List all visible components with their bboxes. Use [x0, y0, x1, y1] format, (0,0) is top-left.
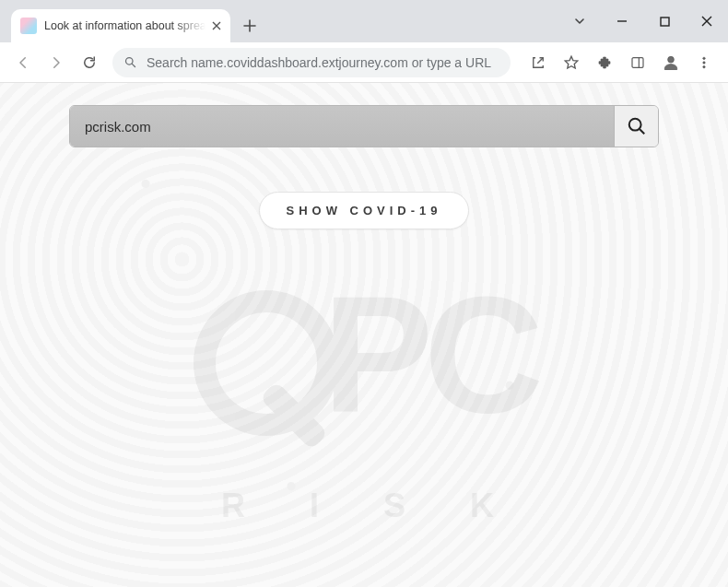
minimize-button[interactable] — [601, 3, 643, 40]
close-window-button[interactable] — [686, 3, 728, 40]
svg-rect-2 — [632, 57, 643, 67]
page-content: SHOW COVID-19 — [69, 83, 659, 229]
svg-point-1 — [126, 58, 134, 65]
browser-toolbar: Search name.coviddashboard.extjourney.co… — [0, 42, 728, 83]
tabs-dropdown-icon[interactable] — [558, 3, 601, 40]
search-icon — [123, 55, 137, 69]
bookmark-star-icon[interactable] — [557, 48, 586, 77]
page-viewport: PC R I S K SHOW COVID-19 — [0, 83, 728, 587]
page-search-bar — [69, 105, 659, 147]
svg-rect-0 — [661, 18, 669, 26]
extensions-icon[interactable] — [590, 48, 619, 77]
svg-point-7 — [628, 119, 640, 131]
window-controls — [558, 0, 728, 42]
page-search-button[interactable] — [614, 106, 658, 147]
magnifier-icon — [194, 290, 323, 419]
show-covid-button[interactable]: SHOW COVID-19 — [259, 192, 468, 229]
reload-button[interactable] — [76, 49, 103, 76]
tab-title: Look at information about spread of COVI… — [44, 19, 205, 32]
maximize-button[interactable] — [643, 3, 686, 40]
page-search-input[interactable] — [70, 106, 614, 147]
new-tab-button[interactable] — [236, 12, 264, 40]
address-bar[interactable]: Search name.coviddashboard.extjourney.co… — [112, 48, 511, 77]
back-button[interactable] — [9, 49, 37, 76]
close-tab-icon[interactable] — [211, 18, 221, 33]
side-panel-icon[interactable] — [623, 48, 652, 77]
watermark: PC — [194, 272, 534, 438]
svg-point-4 — [703, 57, 705, 59]
watermark-text-small: R I S K — [221, 487, 522, 525]
kebab-menu-icon[interactable] — [689, 48, 719, 77]
window-titlebar: Look at information about spread of COVI… — [0, 0, 728, 42]
address-bar-text: Search name.coviddashboard.extjourney.co… — [147, 55, 499, 70]
svg-point-6 — [703, 65, 705, 67]
watermark-text-large: PC — [323, 272, 534, 438]
svg-point-3 — [668, 56, 675, 63]
profile-avatar-icon[interactable] — [656, 48, 686, 77]
browser-tab[interactable]: Look at information about spread of COVI… — [11, 9, 230, 42]
svg-point-5 — [703, 61, 705, 63]
forward-button[interactable] — [42, 49, 70, 76]
share-icon[interactable] — [523, 48, 553, 77]
tab-favicon — [20, 18, 37, 34]
